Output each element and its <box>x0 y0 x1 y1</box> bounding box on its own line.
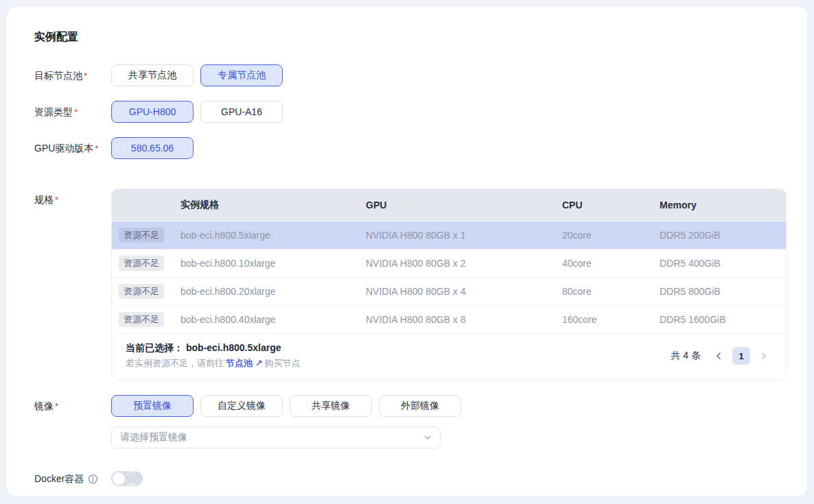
required-marker: * <box>95 143 98 154</box>
current-selection: 当前已选择：bob-eci.h800.5xlarge <box>126 342 301 355</box>
driver-version-button[interactable]: 580.65.06 <box>111 137 194 159</box>
form-row-resource-type: 资源类型* GPU-H800 GPU-A16 <box>34 101 787 123</box>
node-pool-link-text: 节点池 <box>226 358 253 368</box>
pagination: 共 4 条 1 <box>671 347 772 365</box>
toggle-knob-icon <box>113 472 125 485</box>
dedicated-node-pool-button[interactable]: 专属节点池 <box>200 64 283 86</box>
resource-hint: 若实例资源不足，请前往节点池 ↗购买节点 <box>126 357 301 370</box>
column-badge <box>112 189 181 221</box>
cell-cpu: 20core <box>562 221 660 249</box>
column-spec: 实例规格 <box>181 189 366 221</box>
column-cpu: CPU <box>562 189 660 221</box>
cell-gpu: NVIDIA H800 80GB x 1 <box>366 221 562 249</box>
cell-gpu: NVIDIA H800 80GB x 8 <box>366 305 562 333</box>
next-page-button[interactable] <box>756 348 772 364</box>
preset-image-select[interactable]: 请选择预置镜像 <box>111 427 441 448</box>
label-text: 资源类型 <box>34 106 73 117</box>
cell-spec: bob-eci.h800.10xlarge <box>181 249 366 277</box>
hint-suffix: 购买节点 <box>265 358 301 368</box>
label-text: 镜像 <box>34 400 54 411</box>
current-selection-label: 当前已选择： <box>126 342 183 353</box>
table-header-row: 实例规格 GPU CPU Memory <box>112 189 786 221</box>
node-pool-link[interactable]: 节点池 ↗ <box>226 358 263 368</box>
cell-cpu: 80core <box>562 277 660 305</box>
target-node-pool-label: 目标节点池* <box>34 64 111 87</box>
instance-config-card: 实例配置 目标节点池* 共享节点池 专属节点池 资源类型* GPU-H800 G… <box>7 7 807 496</box>
form-row-docker: Docker容器 关闭 <box>34 468 787 490</box>
required-marker: * <box>55 195 58 205</box>
shared-node-pool-button[interactable]: 共享节点池 <box>111 64 194 86</box>
gpu-driver-label: GPU驱动版本* <box>34 137 111 160</box>
form-row-target-node-pool: 目标节点池* 共享节点池 专属节点池 <box>34 64 787 87</box>
current-selection-value: bob-eci.h800.5xlarge <box>186 342 281 353</box>
custom-image-button[interactable]: 自定义镜像 <box>200 395 283 417</box>
prev-page-button[interactable] <box>710 348 727 364</box>
label-text: GPU驱动版本 <box>34 143 93 154</box>
spec-label: 规格* <box>34 189 111 211</box>
label-text: 规格 <box>34 194 54 205</box>
table-row-h800-10xlarge[interactable]: 资源不足 bob-eci.h800.10xlarge NVIDIA H800 8… <box>112 249 786 277</box>
table-row-h800-40xlarge[interactable]: 资源不足 bob-eci.h800.40xlarge NVIDIA H800 8… <box>112 305 786 333</box>
page-title: 实例配置 <box>34 30 787 44</box>
resource-type-label: 资源类型* <box>34 101 111 123</box>
chevron-left-icon <box>714 351 723 361</box>
label-text: Docker容器 <box>34 468 84 490</box>
chevron-down-icon <box>423 433 432 442</box>
cell-spec: bob-eci.h800.20xlarge <box>181 277 366 305</box>
gpu-h800-button[interactable]: GPU-H800 <box>111 101 194 123</box>
cell-cpu: 40core <box>562 249 660 277</box>
cell-memory: DDR5 1600GiB <box>660 305 786 333</box>
cell-memory: DDR5 400GiB <box>660 249 786 277</box>
select-placeholder: 请选择预置镜像 <box>120 431 187 444</box>
required-marker: * <box>84 71 87 81</box>
required-marker: * <box>55 401 58 411</box>
resource-insufficient-badge: 资源不足 <box>119 312 164 327</box>
spec-table: 实例规格 GPU CPU Memory 资源不足 bob-eci.h800.5x… <box>111 189 787 380</box>
label-text: 目标节点池 <box>34 70 82 81</box>
page-number-current[interactable]: 1 <box>732 347 750 365</box>
required-marker: * <box>74 107 78 117</box>
form-row-gpu-driver: GPU驱动版本* 580.65.06 <box>34 137 787 160</box>
resource-insufficient-badge: 资源不足 <box>119 228 164 243</box>
resource-insufficient-badge: 资源不足 <box>119 284 164 299</box>
cell-cpu: 160core <box>562 305 660 333</box>
column-gpu: GPU <box>366 189 562 221</box>
external-link-icon: ↗ <box>255 358 263 368</box>
toggle-state-label: 关闭 <box>127 464 143 494</box>
cell-spec: bob-eci.h800.5xlarge <box>181 221 366 249</box>
shared-image-button[interactable]: 共享镜像 <box>290 395 372 417</box>
table-row-h800-20xlarge[interactable]: 资源不足 bob-eci.h800.20xlarge NVIDIA H800 8… <box>112 277 786 305</box>
preset-image-button[interactable]: 预置镜像 <box>111 395 194 417</box>
docker-toggle[interactable]: 关闭 <box>111 471 143 486</box>
cell-gpu: NVIDIA H800 80GB x 4 <box>366 277 562 305</box>
total-count: 共 4 条 <box>671 350 701 362</box>
image-label: 镜像* <box>34 395 111 418</box>
cell-memory: DDR5 200GiB <box>660 221 786 249</box>
docker-label: Docker容器 <box>34 468 111 490</box>
cell-memory: DDR5 800GiB <box>660 277 786 305</box>
table-row-h800-5xlarge[interactable]: 资源不足 bob-eci.h800.5xlarge NVIDIA H800 80… <box>112 221 786 249</box>
hint-prefix: 若实例资源不足，请前往 <box>126 358 224 368</box>
info-icon[interactable] <box>88 474 98 484</box>
table-footer: 当前已选择：bob-eci.h800.5xlarge 若实例资源不足，请前往节点… <box>112 333 786 379</box>
form-row-spec: 规格* 实例规格 GPU CPU Memory 资源不足 bob-e <box>34 189 787 380</box>
external-image-button[interactable]: 外部镜像 <box>379 395 461 417</box>
form-row-image: 镜像* 预置镜像 自定义镜像 共享镜像 外部镜像 请选择预置镜像 <box>34 395 787 448</box>
column-memory: Memory <box>660 189 786 221</box>
gpu-a16-button[interactable]: GPU-A16 <box>200 101 283 123</box>
cell-gpu: NVIDIA H800 80GB x 2 <box>366 249 562 277</box>
cell-spec: bob-eci.h800.40xlarge <box>181 305 366 333</box>
resource-insufficient-badge: 资源不足 <box>119 256 164 271</box>
chevron-right-icon <box>759 351 769 361</box>
